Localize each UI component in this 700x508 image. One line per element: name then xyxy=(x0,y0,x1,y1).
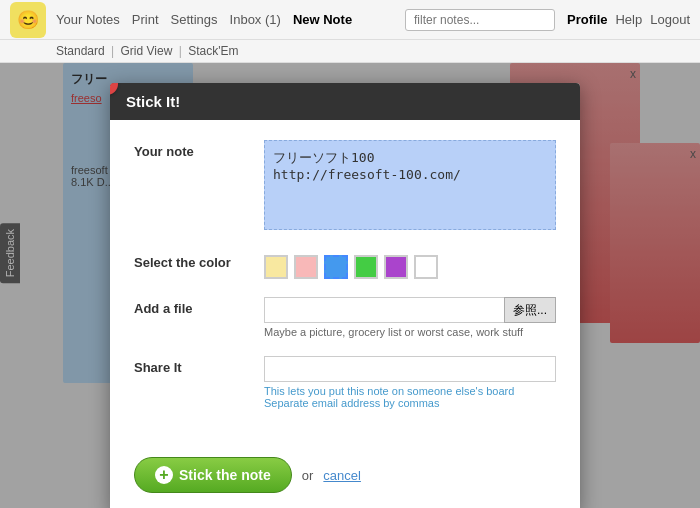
stick-btn-label: Stick the note xyxy=(179,467,271,483)
note-textarea[interactable]: フリーソフト100 http://freesoft-100.com/ xyxy=(264,140,556,230)
color-swatch-blue[interactable] xyxy=(324,255,348,279)
plus-icon: + xyxy=(155,466,173,484)
modal-dialog: × Stick It! Your note フリーソフト100 http://f… xyxy=(110,83,580,508)
add-file-label: Add a file xyxy=(134,297,264,316)
color-swatches-container xyxy=(264,251,556,279)
cancel-button[interactable]: cancel xyxy=(323,468,361,483)
your-note-label: Your note xyxy=(134,140,264,159)
add-file-control: 参照... Maybe a picture, grocery list or w… xyxy=(264,297,556,338)
file-browse-button[interactable]: 参照... xyxy=(504,297,556,323)
content-area: フリー freeso freesoft 8.1K D... x x Feedba… xyxy=(0,63,700,508)
select-color-label: Select the color xyxy=(134,251,264,270)
modal-body: Your note フリーソフト100 http://freesoft-100.… xyxy=(110,120,580,447)
nav-your-notes[interactable]: Your Notes xyxy=(56,12,120,27)
sub-navbar: Standard | Grid View | Stack'Em xyxy=(0,40,700,63)
share-hint-line2: Separate email address by commas xyxy=(264,397,556,409)
nav-settings[interactable]: Settings xyxy=(171,12,218,27)
color-swatch-yellow[interactable] xyxy=(264,255,288,279)
nav-inbox[interactable]: Inbox (1) xyxy=(230,12,281,27)
logout-link[interactable]: Logout xyxy=(650,12,690,27)
file-input-row: 参照... xyxy=(264,297,556,323)
nav-new-note[interactable]: New Note xyxy=(293,12,352,27)
top-right-area: Profile Help Logout xyxy=(405,9,690,31)
share-it-label: Share It xyxy=(134,356,264,375)
color-swatches xyxy=(264,251,556,279)
subnav-stack-em[interactable]: Stack'Em xyxy=(188,44,238,58)
top-navbar: 😊 Your Notes Print Settings Inbox (1) Ne… xyxy=(0,0,700,40)
add-file-row: Add a file 参照... Maybe a picture, grocer… xyxy=(134,297,556,338)
stick-note-button[interactable]: + Stick the note xyxy=(134,457,292,493)
share-hint: This lets you put this note on someone e… xyxy=(264,385,556,409)
modal-close-button[interactable]: × xyxy=(110,83,118,95)
color-swatch-pink[interactable] xyxy=(294,255,318,279)
share-it-control: This lets you put this note on someone e… xyxy=(264,356,556,409)
file-text-input[interactable] xyxy=(264,297,504,323)
subnav-sep1: | xyxy=(111,44,114,58)
subnav-grid-view[interactable]: Grid View xyxy=(121,44,173,58)
select-color-row: Select the color xyxy=(134,251,556,279)
color-swatch-purple[interactable] xyxy=(384,255,408,279)
filter-input[interactable] xyxy=(405,9,555,31)
share-hint-line1: This lets you put this note on someone e… xyxy=(264,385,556,397)
logo-icon: 😊 xyxy=(17,9,39,31)
subnav-sep2: | xyxy=(179,44,182,58)
or-text: or xyxy=(302,468,314,483)
share-it-row: Share It This lets you put this note on … xyxy=(134,356,556,409)
color-swatch-green[interactable] xyxy=(354,255,378,279)
nav-links: Your Notes Print Settings Inbox (1) New … xyxy=(56,12,405,27)
color-swatch-white[interactable] xyxy=(414,255,438,279)
your-note-control: フリーソフト100 http://freesoft-100.com/ xyxy=(264,140,556,233)
help-link[interactable]: Help xyxy=(615,12,642,27)
modal-header: × Stick It! xyxy=(110,83,580,120)
file-hint: Maybe a picture, grocery list or worst c… xyxy=(264,326,556,338)
profile-link[interactable]: Profile xyxy=(567,12,607,27)
app-logo: 😊 xyxy=(10,2,46,38)
your-note-row: Your note フリーソフト100 http://freesoft-100.… xyxy=(134,140,556,233)
subnav-standard[interactable]: Standard xyxy=(56,44,105,58)
modal-title: Stick It! xyxy=(126,93,180,110)
nav-print[interactable]: Print xyxy=(132,12,159,27)
modal-footer: + Stick the note or cancel xyxy=(110,447,580,508)
top-right-links: Profile Help Logout xyxy=(567,12,690,27)
share-input[interactable] xyxy=(264,356,556,382)
